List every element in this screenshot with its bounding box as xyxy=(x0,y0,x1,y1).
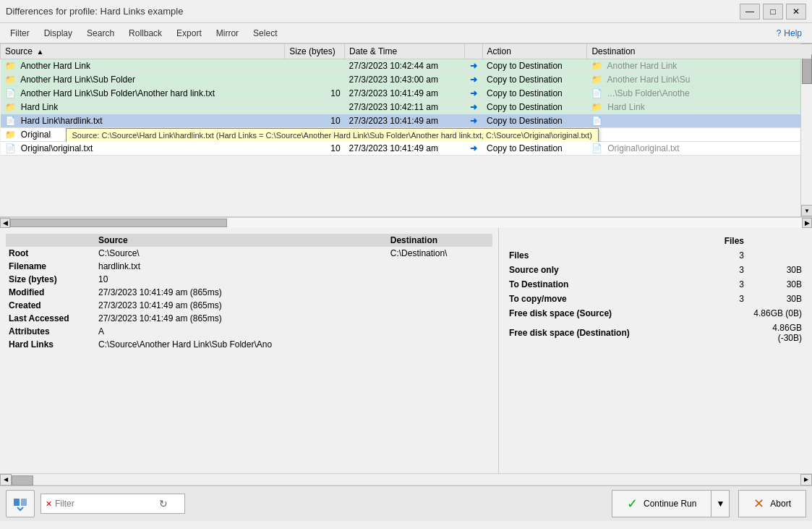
help-label: Help xyxy=(784,28,802,38)
table-row[interactable]: 📄 Another Hard Link\Sub Folder\Another h… xyxy=(1,87,812,101)
bottom-hscroll-track[interactable] xyxy=(12,475,800,485)
close-button[interactable]: ✕ xyxy=(786,4,806,20)
title-bar: Differences for profile: Hard Links exam… xyxy=(0,0,812,23)
bottom-hscroll-left[interactable]: ◀ xyxy=(0,474,12,486)
stats-label: To Destination xyxy=(505,277,705,292)
action-arrow-icon: ➜ xyxy=(470,102,477,112)
stats-bytes: 4.86GB (-30B) xyxy=(748,321,806,345)
col-header-arrow xyxy=(464,44,482,59)
detail-label: Hard Links xyxy=(6,338,93,351)
stats-row: Free disk space (Source) 4.86GB (0B) xyxy=(505,306,806,321)
maximize-button[interactable]: □ xyxy=(763,4,783,20)
menu-search[interactable]: Search xyxy=(80,25,121,41)
filter-clear-icon[interactable]: ✕ xyxy=(46,499,52,509)
bottom-hscroll-right[interactable]: ▶ xyxy=(800,474,812,486)
filter-input[interactable] xyxy=(55,499,156,509)
detail-source: hardlink.txt xyxy=(93,260,385,273)
action-arrow-icon: ➜ xyxy=(470,116,477,126)
menu-rollback[interactable]: Rollback xyxy=(121,25,169,41)
menu-select[interactable]: Select xyxy=(246,25,284,41)
detail-row: Root C:\Source\ C:\Destination\ xyxy=(6,247,492,260)
detail-table: Source Destination Root C:\Source\ C:\De… xyxy=(6,234,492,351)
hscroll-thumb[interactable] xyxy=(10,219,227,227)
detail-col-source: Source xyxy=(93,234,385,247)
detail-dest: C:\Destination\ xyxy=(385,247,492,260)
menu-display[interactable]: Display xyxy=(37,25,80,41)
detail-row: Last Accessed 27/3/2023 10:41:49 am (865… xyxy=(6,312,492,325)
col-header-action[interactable]: Action xyxy=(482,44,587,59)
menu-filter[interactable]: Filter xyxy=(3,25,37,41)
stats-col-bytes xyxy=(748,234,806,248)
sync-icon-button[interactable] xyxy=(6,490,35,517)
source-cell: 📄 Original\original.txt xyxy=(1,142,285,156)
stats-table: Files Files 3 Source only 3 30B To Desti… xyxy=(505,234,806,345)
abort-button[interactable]: ✕ Abort xyxy=(738,490,806,517)
stats-files: 3 xyxy=(705,277,748,292)
detail-row: Attributes A xyxy=(6,325,492,338)
minimize-button[interactable]: — xyxy=(740,4,760,20)
action-arrow-icon: ➜ xyxy=(470,61,477,71)
file-list-hscroll: ◀ ▶ xyxy=(0,217,812,227)
sort-arrow-icon: ▲ xyxy=(36,48,43,56)
col-header-destination[interactable]: Destination xyxy=(587,44,812,59)
tooltip-popup: Source: C:\Source\Hard Link\hardlink.txt… xyxy=(66,128,599,142)
file-table: Source ▲ Size (bytes) Date & Time Action… xyxy=(0,43,812,156)
col-header-source[interactable]: Source ▲ xyxy=(1,44,285,59)
detail-dest xyxy=(385,286,492,299)
file-list-container: Source ▲ Size (bytes) Date & Time Action… xyxy=(0,43,812,217)
table-row[interactable]: 📁 Hard Link 27/3/2023 10:42:11 am ➜ Copy… xyxy=(1,101,812,114)
scroll-down-button[interactable]: ▼ xyxy=(801,205,812,216)
table-row[interactable]: 📁 Another Hard Link\Sub Folder 27/3/2023… xyxy=(1,73,812,87)
file-list-scroll[interactable]: Source ▲ Size (bytes) Date & Time Action… xyxy=(0,43,812,216)
stats-files: 3 xyxy=(705,248,748,263)
stats-label: To copy/move xyxy=(505,292,705,306)
table-row[interactable]: 📁 Another Hard Link 27/3/2023 10:42:44 a… xyxy=(1,59,812,73)
table-row[interactable]: 📄 Original\original.txt 10 27/3/2023 10:… xyxy=(1,142,812,156)
continue-dropdown-button[interactable]: ▼ xyxy=(711,491,729,517)
hscroll-left-button[interactable]: ◀ xyxy=(0,218,10,228)
continue-main-area[interactable]: ✓ Continue Run xyxy=(612,491,711,517)
continue-label: Continue Run xyxy=(644,499,696,509)
file-icon: 📄 xyxy=(5,116,16,126)
bottom-toolbar: ✕ ↻ ✓ Continue Run ▼ ✕ Abort xyxy=(0,485,812,521)
menu-mirror[interactable]: Mirror xyxy=(209,25,246,41)
action-arrow-icon: ➜ xyxy=(470,75,477,85)
detail-col-dest: Destination xyxy=(385,234,492,247)
bottom-hscroll: ◀ ▶ xyxy=(0,473,812,485)
detail-label: Modified xyxy=(6,286,93,299)
hscroll-track[interactable] xyxy=(10,218,802,228)
stats-row: Free disk space (Destination) 4.86GB (-3… xyxy=(505,321,806,345)
svg-rect-0 xyxy=(14,499,20,506)
detail-dest xyxy=(385,325,492,338)
col-header-datetime[interactable]: Date & Time xyxy=(345,44,465,59)
scroll-thumb[interactable] xyxy=(802,55,812,84)
details-panel: Source Destination Root C:\Source\ C:\De… xyxy=(0,227,812,473)
menu-export[interactable]: Export xyxy=(169,25,209,41)
filter-refresh-icon[interactable]: ↻ xyxy=(159,498,168,509)
dropdown-arrow-icon: ▼ xyxy=(716,499,725,509)
vertical-scrollbar[interactable]: ▲ ▼ xyxy=(800,43,812,216)
table-row[interactable]: 📄 Hard Link\hardlink.txt 10 27/3/2023 10… xyxy=(1,114,812,128)
table-row[interactable]: 📁 Original xyxy=(1,128,812,143)
detail-row: Hard Links C:\Source\Another Hard Link\S… xyxy=(6,338,492,351)
check-icon: ✓ xyxy=(627,496,638,512)
col-header-size[interactable]: Size (bytes) xyxy=(285,44,345,59)
detail-label: Filename xyxy=(6,260,93,273)
detail-col-label xyxy=(6,234,93,247)
detail-dest xyxy=(385,260,492,273)
detail-row: Created 27/3/2023 10:41:49 am (865ms) xyxy=(6,299,492,312)
stats-bytes: 30B xyxy=(748,263,806,277)
hscroll-right-button[interactable]: ▶ xyxy=(802,218,812,228)
file-icon: 📄 xyxy=(5,88,16,98)
detail-source: C:\Source\Another Hard Link\Sub Folder\A… xyxy=(93,338,385,351)
stats-files: 3 xyxy=(705,263,748,277)
source-cell: 📄 Another Hard Link\Sub Folder\Another h… xyxy=(1,87,285,101)
detail-label: Attributes xyxy=(6,325,93,338)
menu-bar: Filter Display Search Rollback Export Mi… xyxy=(0,23,812,43)
help-icon: ? xyxy=(777,28,782,38)
menu-help[interactable]: ? Help xyxy=(769,25,809,41)
stats-row: Files 3 xyxy=(505,248,806,263)
stats-row: To copy/move 3 30B xyxy=(505,292,806,306)
bottom-hscroll-thumb[interactable] xyxy=(12,475,33,486)
continue-run-button[interactable]: ✓ Continue Run ▼ xyxy=(612,490,730,517)
